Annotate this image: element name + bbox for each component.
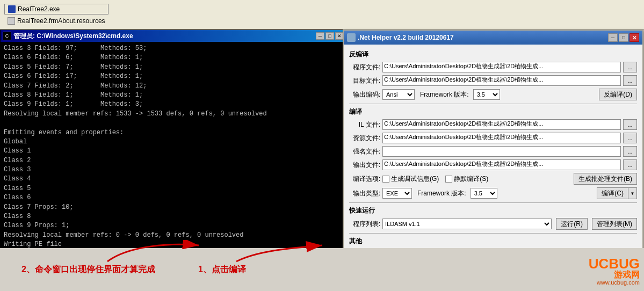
cmd-output: Class 3 Fields: 97; Methods: 53; Class 6…: [4, 44, 343, 254]
quick-run-row: 程序列表: ILDASM v1.1 运行(R) 管理列表(M): [349, 218, 637, 230]
program-file-browse-button[interactable]: ...: [623, 62, 637, 72]
compile-dropdown-button[interactable]: ▼: [628, 188, 636, 199]
framework-label-2: Framework 版本:: [417, 189, 466, 198]
framework-label-1: Framework 版本:: [420, 90, 469, 99]
cmd-maximize-button[interactable]: □: [325, 32, 334, 40]
divider-2: [349, 202, 637, 203]
compile-main-button[interactable]: 编译(C): [597, 188, 628, 199]
strong-name-row: 强名文件: ...: [349, 146, 637, 157]
realtree-icon: [8, 5, 16, 13]
framework-select-1[interactable]: 3.5: [473, 89, 500, 100]
divider-1: [349, 104, 637, 104]
cmd-minimize-button[interactable]: ─: [316, 32, 324, 40]
output-type-row: 输出类型: EXE Framework 版本: 3.5 编译(C) ▼: [349, 187, 637, 199]
annotation-area: 2、命令窗口出现停住界面才算完成 1、点击编译: [0, 248, 644, 291]
debug-label: 生成调试信息(G): [391, 174, 439, 184]
helper-minimize-button[interactable]: ─: [608, 33, 618, 42]
taskbar-item-2[interactable]: RealTree2.frmAbout.resources: [17, 17, 105, 25]
watermark-main: UCBUG: [589, 257, 640, 271]
resource-file-label: 资源文件:: [349, 134, 380, 143]
compile-button-group: 编译(C) ▼: [597, 187, 637, 199]
program-file-row: 程序文件: C:\Users\Administrator\Desktop\2D植…: [349, 62, 637, 72]
il-file-label: IL 文件:: [349, 120, 380, 129]
taskbar: RealTree2.exe RealTree2.frmAbout.resourc…: [0, 0, 644, 30]
resource-file-row: 资源文件: C:\Users\Administrator\Desktop\2D植…: [349, 133, 637, 143]
helper-window: .Net Helper v2.2 build 20120617 ─ □ ✕ 反编…: [343, 30, 643, 260]
strong-name-input[interactable]: [382, 146, 621, 157]
target-file-input[interactable]: C:\Users\Administrator\Desktop\2D植物生成器\2…: [382, 75, 621, 86]
resource-icon: [8, 17, 15, 25]
cmd-window-buttons: ─ □ ✕: [316, 32, 344, 40]
helper-title: .Net Helper v2.2 build 20120617: [358, 34, 606, 41]
il-file-input[interactable]: C:\Users\Administrator\Desktop\2D植物生成器\2…: [382, 119, 621, 130]
silent-checkbox-item: 静默编译(S): [445, 174, 488, 184]
watermark-url: www.ucbug.com: [589, 279, 640, 286]
output-type-label: 输出类型:: [349, 189, 380, 198]
strong-name-browse-button[interactable]: ...: [623, 146, 637, 157]
watermark-container: UCBUG 游戏网 www.ucbug.com: [589, 257, 640, 286]
manage-list-button[interactable]: 管理列表(M): [592, 218, 637, 230]
output-file-input[interactable]: C:\Users\Administrator\Desktop\2D植物生成器\2…: [382, 159, 621, 170]
program-file-input[interactable]: C:\Users\Administrator\Desktop\2D植物生成器\2…: [382, 62, 621, 72]
annotation-left: 2、命令窗口出现停住界面才算完成: [21, 264, 155, 275]
output-file-row: 输出文件: C:\Users\Administrator\Desktop\2D植…: [349, 159, 637, 170]
program-list-label: 程序列表:: [349, 220, 380, 229]
program-list-select[interactable]: ILDASM v1.1: [382, 219, 552, 229]
watermark-sub: 游戏网: [589, 271, 640, 279]
taskbar-item-1[interactable]: RealTree2.exe: [18, 5, 60, 13]
debug-checkbox[interactable]: [382, 176, 389, 183]
helper-body: 反编译 程序文件: C:\Users\Administrator\Desktop…: [344, 45, 642, 259]
cmd-window: C 管理员: C:\Windows\System32\cmd.exe ─ □ ✕…: [0, 30, 346, 255]
decompile-section-label: 反编译: [349, 50, 637, 59]
silent-label: 静默编译(S): [454, 174, 488, 184]
cmd-title: 管理员: C:\Windows\System32\cmd.exe: [13, 32, 314, 41]
helper-maximize-button[interactable]: □: [619, 33, 628, 42]
cmd-icon: C: [3, 32, 11, 40]
decompile-options-row: 输出编码: Ansi Framework 版本: 3.5 反编译(D): [349, 89, 637, 100]
helper-titlebar: .Net Helper v2.2 build 20120617 ─ □ ✕: [344, 31, 642, 45]
helper-icon: [347, 33, 356, 42]
other-section-label: 其他: [349, 237, 637, 246]
output-type-select[interactable]: EXE: [382, 188, 412, 199]
cmd-body: Class 3 Fields: 97; Methods: 53; Class 6…: [1, 42, 346, 254]
il-file-row: IL 文件: C:\Users\Administrator\Desktop\2D…: [349, 119, 637, 130]
run-button[interactable]: 运行(R): [556, 218, 588, 230]
output-file-label: 输出文件:: [349, 161, 380, 170]
compile-options-label: 编译选项:: [349, 174, 380, 184]
encoding-select[interactable]: Ansi: [382, 89, 415, 100]
target-file-row: 目标文件: C:\Users\Administrator\Desktop\2D植…: [349, 75, 637, 86]
output-file-browse-button[interactable]: ...: [623, 159, 637, 170]
annotation-right: 1、点击编译: [198, 264, 246, 275]
cmd-titlebar: C 管理员: C:\Windows\System32\cmd.exe ─ □ ✕: [1, 30, 346, 42]
divider-3: [349, 233, 637, 234]
resource-file-browse-button[interactable]: ...: [623, 133, 637, 143]
decompile-button[interactable]: 反编译(D): [599, 89, 637, 100]
quick-run-section-label: 快速运行: [349, 206, 637, 215]
compile-options-row: 编译选项: 生成调试信息(G) 静默编译(S) 生成批处理文件(B): [349, 173, 637, 185]
program-file-label: 程序文件:: [349, 63, 380, 72]
encoding-label: 输出编码:: [349, 90, 380, 99]
framework-select-2[interactable]: 3.5: [471, 188, 497, 199]
resource-file-input[interactable]: C:\Users\Administrator\Desktop\2D植物生成器\2…: [382, 133, 621, 143]
silent-checkbox[interactable]: [445, 176, 452, 183]
compile-section-label: 编译: [349, 107, 637, 117]
strong-name-label: 强名文件:: [349, 147, 380, 156]
il-file-browse-button[interactable]: ...: [623, 119, 637, 130]
batch-button[interactable]: 生成批处理文件(B): [574, 173, 637, 185]
helper-window-buttons: ─ □ ✕: [608, 33, 639, 42]
debug-checkbox-item: 生成调试信息(G): [382, 174, 439, 184]
target-file-label: 目标文件:: [349, 76, 380, 85]
target-file-browse-button[interactable]: ...: [623, 75, 637, 86]
helper-close-button[interactable]: ✕: [629, 33, 639, 42]
